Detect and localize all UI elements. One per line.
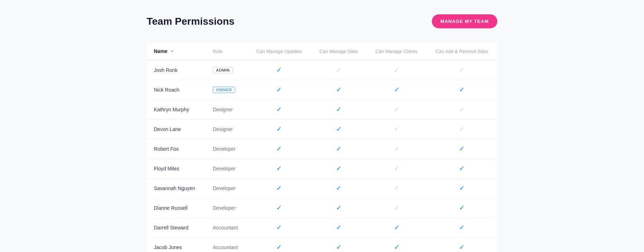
check-inactive-icon: ✓: [394, 106, 399, 113]
can-manage-sites-cell: ✓: [311, 198, 366, 218]
check-active-icon: ✓: [394, 224, 399, 231]
can-add-remove-sites-cell: ✓: [426, 120, 497, 139]
can-manage-sites-cell: ✓: [311, 120, 366, 139]
check-active-icon: ✓: [276, 145, 282, 152]
name-cell: Nick Roach: [147, 80, 206, 100]
check-active-icon: ✓: [459, 86, 464, 93]
can-manage-updates-cell: ✓: [248, 159, 311, 179]
check-active-icon: ✓: [276, 86, 282, 93]
check-active-icon: ✓: [276, 165, 282, 172]
table-row: Floyd MilesDeveloper✓✓✓✓: [147, 159, 497, 179]
check-active-icon: ✓: [276, 67, 282, 74]
check-inactive-icon: ✓: [394, 204, 399, 212]
check-active-icon: ✓: [459, 204, 464, 212]
col-header-manage-clients: Can Manage Clients: [366, 43, 426, 60]
can-add-remove-sites-cell: ✓: [426, 179, 497, 198]
table-row: Darrell StewardAccountant✓✓✓✓: [147, 218, 497, 238]
col-header-manage-updates: Can Manage Updates: [248, 43, 311, 60]
check-active-icon: ✓: [459, 145, 464, 152]
check-inactive-icon: ✓: [394, 145, 399, 152]
check-active-icon: ✓: [459, 185, 464, 192]
role-cell: OWNER: [206, 80, 248, 100]
can-manage-clients-cell: ✓: [366, 218, 426, 238]
can-manage-clients-cell: ✓: [366, 60, 426, 80]
table-row: Devon LaneDesigner✓✓✓✓: [147, 120, 497, 139]
check-active-icon: ✓: [276, 185, 282, 192]
name-cell: Dianne Russell: [147, 198, 206, 218]
role-cell: Designer: [206, 120, 248, 139]
can-manage-clients-cell: ✓: [366, 159, 426, 179]
check-active-icon: ✓: [459, 165, 464, 172]
table-row: Jacob JonesAccountant✓✓✓✓: [147, 238, 497, 252]
page-container: Team Permissions MANAGE MY TEAM Name ▼ R…: [125, 0, 519, 252]
can-manage-updates-cell: ✓: [248, 179, 311, 198]
name-cell: Robert Fox: [147, 139, 206, 159]
role-cell: ADMIN: [206, 60, 248, 80]
check-inactive-icon: ✓: [459, 126, 464, 133]
can-manage-clients-cell: ✓: [366, 179, 426, 198]
name-cell: Devon Lane: [147, 120, 206, 139]
can-manage-updates-cell: ✓: [248, 80, 311, 100]
col-header-name[interactable]: Name ▼: [147, 43, 206, 60]
check-inactive-icon: ✓: [459, 106, 464, 113]
can-manage-clients-cell: ✓: [366, 80, 426, 100]
can-manage-clients-cell: ✓: [366, 100, 426, 120]
role-cell: Developer: [206, 179, 248, 198]
can-add-remove-sites-cell: ✓: [426, 159, 497, 179]
check-active-icon: ✓: [459, 244, 464, 251]
can-add-remove-sites-cell: ✓: [426, 198, 497, 218]
can-manage-updates-cell: ✓: [248, 120, 311, 139]
can-manage-sites-cell: ✓: [311, 179, 366, 198]
role-cell: Accountant: [206, 218, 248, 238]
check-active-icon: ✓: [336, 165, 341, 172]
table-row: Kathryn MurphyDesigner✓✓✓✓: [147, 100, 497, 120]
page-title: Team Permissions: [147, 16, 234, 27]
check-active-icon: ✓: [276, 244, 282, 251]
check-inactive-icon: ✓: [459, 67, 464, 74]
col-header-manage-sites: Can Manage Sites: [311, 43, 366, 60]
can-manage-updates-cell: ✓: [248, 198, 311, 218]
role-cell: Developer: [206, 139, 248, 159]
can-add-remove-sites-cell: ✓: [426, 80, 497, 100]
check-inactive-icon: ✓: [394, 126, 399, 133]
name-cell: Jacob Jones: [147, 238, 206, 252]
check-inactive-icon: ✓: [394, 165, 399, 172]
can-manage-sites-cell: ✓: [311, 80, 366, 100]
can-manage-clients-cell: ✓: [366, 120, 426, 139]
can-add-remove-sites-cell: ✓: [426, 238, 497, 252]
check-inactive-icon: ✓: [394, 67, 399, 74]
can-manage-updates-cell: ✓: [248, 238, 311, 252]
can-manage-sites-cell: ✓: [311, 100, 366, 120]
check-active-icon: ✓: [336, 126, 341, 133]
name-cell: Josh Ronk: [147, 60, 206, 80]
can-manage-sites-cell: ✓: [311, 159, 366, 179]
role-cell: Developer: [206, 198, 248, 218]
can-manage-updates-cell: ✓: [248, 139, 311, 159]
can-manage-sites-cell: ✓: [311, 218, 366, 238]
page-header: Team Permissions MANAGE MY TEAM: [147, 14, 497, 28]
can-manage-clients-cell: ✓: [366, 238, 426, 252]
can-add-remove-sites-cell: ✓: [426, 218, 497, 238]
name-cell: Darrell Steward: [147, 218, 206, 238]
role-badge: OWNER: [213, 87, 235, 93]
check-active-icon: ✓: [336, 204, 341, 212]
name-cell: Savannah Nguyen: [147, 179, 206, 198]
table-row: Josh RonkADMIN✓✓✓✓: [147, 60, 497, 80]
role-cell: Accountant: [206, 238, 248, 252]
check-active-icon: ✓: [336, 145, 341, 152]
check-active-icon: ✓: [276, 126, 282, 133]
can-add-remove-sites-cell: ✓: [426, 60, 497, 80]
table-body: Josh RonkADMIN✓✓✓✓Nick RoachOWNER✓✓✓✓Kat…: [147, 60, 497, 252]
manage-team-button[interactable]: MANAGE MY TEAM: [432, 14, 497, 28]
table-header: Name ▼ Role Can Manage Updates Can Manag…: [147, 43, 497, 60]
check-active-icon: ✓: [336, 185, 341, 192]
name-cell: Kathryn Murphy: [147, 100, 206, 120]
check-inactive-icon: ✓: [336, 67, 341, 74]
table-row: Robert FoxDeveloper✓✓✓✓: [147, 139, 497, 159]
permissions-table: Name ▼ Role Can Manage Updates Can Manag…: [147, 43, 497, 252]
can-manage-updates-cell: ✓: [248, 218, 311, 238]
check-active-icon: ✓: [276, 106, 282, 113]
table-row: Savannah NguyenDeveloper✓✓✓✓: [147, 179, 497, 198]
check-active-icon: ✓: [394, 86, 399, 93]
check-active-icon: ✓: [459, 224, 464, 231]
